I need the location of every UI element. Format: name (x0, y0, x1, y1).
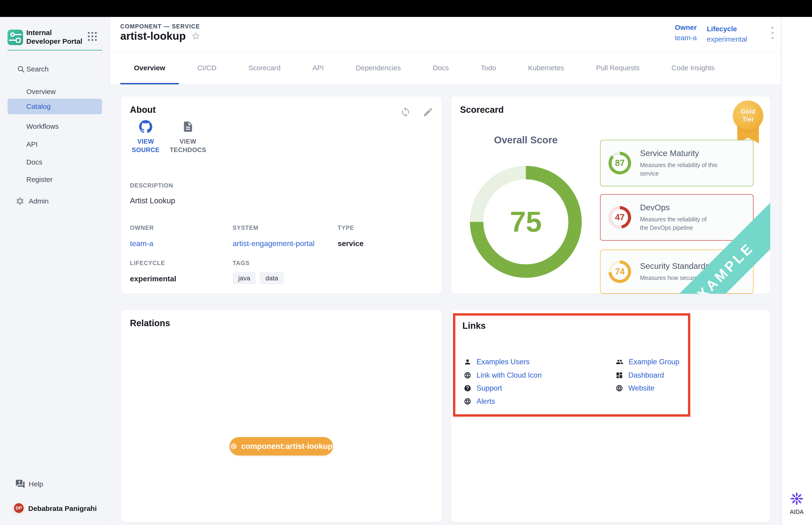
metric-score: 74 (612, 264, 628, 280)
tab-kubernetes[interactable]: Kubernetes (514, 52, 578, 84)
sidebar-item-register[interactable]: Register (0, 174, 110, 186)
metric-gauge: 47 (609, 206, 631, 229)
relations-node-label: component:artist-lookup (241, 442, 333, 451)
type-field-label: TYPE (338, 224, 354, 231)
metric-score: 87 (612, 155, 628, 171)
sidebar-item-overview[interactable]: Overview (0, 86, 110, 98)
tab-todo[interactable]: Todo (467, 52, 510, 84)
breadcrumb: COMPONENT — SERVICE (120, 23, 200, 30)
globe-icon (616, 385, 623, 392)
app-logo-icon (7, 30, 23, 45)
link-website[interactable]: Website (616, 383, 654, 393)
sidebar-item-label: Admin (29, 197, 49, 205)
lifecycle-field-value: experimental (130, 274, 176, 283)
favorite-star-icon[interactable] (191, 31, 200, 41)
sidebar-item-label: Catalog (26, 103, 50, 110)
aida-label: AIDA (781, 509, 812, 515)
view-techdocs-label: VIEW TECHDOCS (169, 137, 207, 154)
tag-chip[interactable]: data (260, 272, 284, 284)
overall-score-value-wrap: 75 (483, 179, 568, 265)
sidebar-item-help[interactable]: ? Help (0, 478, 110, 490)
tab-pull-requests[interactable]: Pull Requests (582, 52, 653, 84)
user-menu[interactable]: DP Debabrata Panigrahi (0, 501, 110, 516)
globe-icon (464, 372, 471, 379)
refresh-icon[interactable] (400, 107, 411, 118)
metric-card-service-maturity[interactable]: 87 Service Maturity Measures the reliabi… (600, 140, 753, 186)
owner-label: Owner (675, 24, 696, 31)
user-name: Debabrata Panigrahi (28, 505, 97, 512)
relations-card: Relations component:artist-lookup (121, 310, 442, 522)
metric-name: DevOps (640, 203, 710, 212)
document-icon (182, 120, 194, 134)
chip-icon (230, 442, 238, 450)
lifecycle-label: Lifecycle (707, 25, 747, 33)
relations-node[interactable]: component:artist-lookup (230, 437, 333, 455)
system-field-value[interactable]: artist-engagement-portal (233, 239, 315, 248)
links-card: Links Examples Users Link with Cloud Ico… (451, 310, 770, 522)
search-icon (17, 65, 25, 73)
owner-meta[interactable]: Owner team-a (675, 24, 696, 42)
sidebar-item-admin[interactable]: Admin (0, 195, 110, 207)
link-cloud-icon[interactable]: Link with Cloud Icon (464, 370, 541, 380)
card-title: Scorecard (460, 105, 504, 115)
metric-description: Measures the reliability of this service (640, 161, 734, 178)
card-title: Links (462, 321, 486, 331)
tab-docs[interactable]: Docs (419, 52, 462, 84)
sidebar-item-workflows[interactable]: Workflows (0, 120, 110, 133)
lifecycle-meta: Lifecycle experimental (707, 25, 747, 43)
link-examples-users[interactable]: Examples Users (464, 357, 530, 367)
entity-header: COMPONENT — SERVICE artist-lookup Owner … (110, 17, 812, 52)
tab-overview[interactable]: Overview (120, 52, 179, 84)
gear-icon (16, 197, 25, 206)
scorecard-card: Scorecard Gold Tier Overall Score 75 87 … (451, 96, 770, 294)
github-icon (139, 120, 153, 134)
lifecycle-value: experimental (707, 35, 747, 43)
divider (7, 470, 102, 471)
tab-api[interactable]: API (299, 52, 337, 84)
brand-title: Internal Developer Portal (26, 28, 85, 46)
divider (22, 78, 97, 79)
sidebar-item-docs[interactable]: Docs (0, 156, 110, 168)
tab-scorecard[interactable]: Scorecard (235, 52, 294, 84)
card-title: About (130, 105, 156, 115)
browser-topbar (0, 0, 812, 17)
group-icon (616, 358, 624, 366)
highlight-box: Links Examples Users Link with Cloud Ico… (453, 313, 690, 417)
tab-dependencies[interactable]: Dependencies (342, 52, 414, 84)
apps-grid-icon[interactable] (88, 32, 98, 42)
brand-divider (7, 50, 102, 50)
avatar: DP (13, 502, 25, 514)
link-example-group[interactable]: Example Group (616, 357, 679, 367)
right-rail: AIDA (781, 17, 812, 525)
view-techdocs-button[interactable]: VIEW TECHDOCS (169, 120, 207, 154)
question-mark-glyph: ? (18, 480, 21, 485)
metric-description: Measures the reliability of the DevOps p… (640, 215, 710, 232)
link-support[interactable]: Support (464, 383, 502, 393)
owner-value[interactable]: team-a (675, 34, 696, 42)
tag-chip[interactable]: java (233, 272, 256, 284)
tab-cicd[interactable]: CI/CD (184, 52, 230, 84)
kebab-menu-icon[interactable] (768, 27, 777, 42)
aida-flower-icon (789, 491, 804, 506)
sidebar-item-catalog[interactable]: Catalog (7, 99, 102, 114)
sidebar-item-api[interactable]: API (0, 138, 110, 150)
about-card: About VIEW SOURCE VIEW TECHDOCS DESCRIPT… (121, 96, 442, 294)
link-dashboard[interactable]: Dashboard (616, 370, 664, 380)
help-icon (464, 385, 471, 392)
type-field-value: service (338, 239, 364, 248)
owner-field-value[interactable]: team-a (130, 239, 153, 248)
metric-card-devops[interactable]: 47 DevOps Measures the reliability of th… (600, 194, 753, 241)
view-source-button[interactable]: VIEW SOURCE (131, 120, 161, 154)
metric-name: Service Maturity (640, 149, 734, 158)
link-alerts[interactable]: Alerts (464, 396, 495, 406)
aida-assistant-button[interactable]: AIDA (781, 491, 812, 515)
entity-tabs: Overview CI/CD Scorecard API Dependencie… (110, 52, 812, 85)
edit-pencil-icon[interactable] (423, 107, 433, 118)
metric-score: 47 (612, 209, 628, 226)
overall-score-value: 75 (510, 205, 542, 238)
gold-tier-badge: Gold Tier (733, 101, 763, 131)
sidebar-item-label: Register (26, 176, 52, 183)
tab-code-insights[interactable]: Code Insights (658, 52, 728, 84)
sidebar-item-search[interactable]: Search (0, 63, 110, 75)
description-value: Artist Lookup (130, 196, 175, 205)
